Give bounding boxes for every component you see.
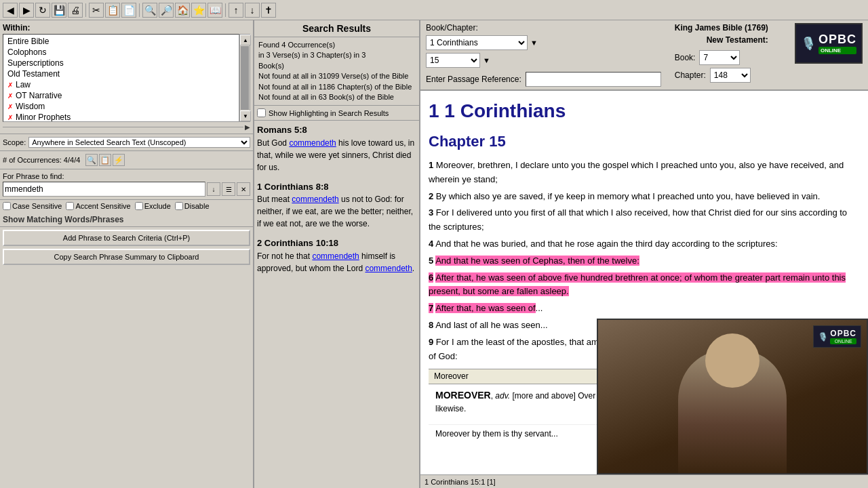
print-icon[interactable]: 🖨 xyxy=(68,3,83,18)
case-sensitive-option: Case Sensitive xyxy=(3,202,62,210)
verse-num-4: 4 xyxy=(429,239,433,249)
occ-icon-next[interactable]: ⚡ xyxy=(113,154,125,166)
toolbar: ◀ ▶ ↻ 💾 🖨 ✂ 📋 📄 🔍 🔎 🏠 ⭐ 📖 ↑ ↓ ✝ xyxy=(0,0,868,20)
accent-sensitive-checkbox[interactable] xyxy=(66,202,74,210)
chapter-select[interactable]: 15 xyxy=(426,53,480,68)
bookmark-icon[interactable]: ⭐ xyxy=(191,3,206,18)
home-icon[interactable]: 🏠 xyxy=(175,3,190,18)
bible-icon[interactable]: 📖 xyxy=(208,3,222,18)
book-num-select[interactable]: 7 xyxy=(699,50,740,65)
verse-num-1: 1 xyxy=(429,160,433,170)
result-ref-1cor[interactable]: 1 Corinthians 8:8 xyxy=(257,180,416,194)
passage-input[interactable] xyxy=(526,72,661,87)
exclude-label: Exclude xyxy=(144,202,171,210)
forward-icon[interactable]: ▶ xyxy=(19,3,34,18)
zoom-in-icon[interactable]: 🔎 xyxy=(159,3,174,18)
result-ref-romans[interactable]: Romans 5:8 xyxy=(257,123,416,137)
refresh-icon[interactable]: ↻ xyxy=(35,3,50,18)
passage-row: Enter Passage Reference: xyxy=(426,72,661,87)
within-item-law[interactable]: ✗ Law xyxy=(5,79,237,90)
copy-icon[interactable]: 📋 xyxy=(105,3,120,18)
verse-5: 5 And that he was seen of Cephas, then o… xyxy=(429,254,860,268)
stats-line4: Not found at all in 31099 Verse(s) of th… xyxy=(258,71,415,81)
within-item-minor-prophets[interactable]: ✗ Minor Prophets xyxy=(5,112,237,122)
disable-checkbox[interactable] xyxy=(175,202,183,210)
scope-section: Scope: Anywhere in Selected Search Text … xyxy=(0,134,253,151)
scroll-up-arrow[interactable]: ▲ xyxy=(240,35,251,45)
2cor-ref-label: 2 Corinthians 10:18 xyxy=(257,238,338,248)
within-item-ot-narrative[interactable]: ✗ OT Narrative xyxy=(5,90,237,101)
search-stats: Found 4 Occurrence(s) in 3 Verse(s) in 3… xyxy=(254,37,419,106)
verse-3: 3 For I delivered unto you first of all … xyxy=(429,206,860,235)
stats-line6: Not found at all in 63 Book(s) of the Bi… xyxy=(258,92,415,102)
book-chapter-label: Book/Chapter: xyxy=(426,23,478,33)
result-item-2cor[interactable]: 2 Corinthians 10:18 For not he that comm… xyxy=(257,237,416,274)
paste-icon[interactable]: 📄 xyxy=(121,3,136,18)
back-icon[interactable]: ◀ xyxy=(3,3,18,18)
wisdom-label: Wisdom xyxy=(16,102,45,111)
within-item-colophons[interactable]: Colophons xyxy=(5,47,237,58)
video-overlay: 🎙️ OPBC ONLINE xyxy=(597,319,868,474)
2cor-text: For not he that commendeth himself is ap… xyxy=(257,250,416,274)
1cor-ref-label: 1 Corinthians 8:8 xyxy=(257,182,328,192)
word-study-word: Moreover xyxy=(434,370,469,383)
within-label: Within: xyxy=(3,23,250,33)
chapter-num-select[interactable]: 148 xyxy=(710,68,751,83)
save-icon[interactable]: 💾 xyxy=(52,3,66,18)
within-item-superscriptions[interactable]: Superscriptions xyxy=(5,58,237,68)
search-results-panel: Search Results Found 4 Occurrence(s) in … xyxy=(254,20,420,488)
within-item-entire-bible[interactable]: Entire Bible xyxy=(5,36,237,47)
x-icon: ✗ xyxy=(7,103,13,110)
verse-num-6: 6 xyxy=(429,272,433,283)
within-list: Entire Bible Colophons Superscriptions O… xyxy=(3,34,239,122)
book-select[interactable]: 1 Corinthians xyxy=(426,35,528,50)
verse-text-1: Moreover, brethren, I declare unto you t… xyxy=(429,160,844,184)
occ-icon-copy[interactable]: 📋 xyxy=(99,154,111,166)
disable-option: Disable xyxy=(175,202,210,210)
copy-summary-button[interactable]: Copy Search Phrase Summary to Clipboard xyxy=(3,249,250,265)
result-ref-2cor[interactable]: 2 Corinthians 10:18 xyxy=(257,237,416,250)
cut-icon[interactable]: ✂ xyxy=(89,3,104,18)
video-content: 🎙️ OPBC ONLINE xyxy=(598,320,867,473)
phrase-section: For Phrase to find: ↓ ☰ ✕ xyxy=(0,169,253,200)
phrase-list-btn[interactable]: ☰ xyxy=(222,182,235,196)
opbc-logo-box: 🎙️ OPBC ONLINE xyxy=(795,23,863,64)
options-row: Case Sensitive Accent Sensitive Exclude … xyxy=(0,200,253,212)
search-icon[interactable]: 🔍 xyxy=(142,3,157,18)
arrow-down-icon[interactable]: ↓ xyxy=(245,3,260,18)
highlight-commendeth-3: commendeth xyxy=(312,251,359,261)
bible-title-text: 1 1 Corinthians xyxy=(429,100,566,121)
accent-sensitive-label: Accent Sensitive xyxy=(75,202,130,210)
arrow-up-icon[interactable]: ↑ xyxy=(229,3,243,18)
highlight-checkbox[interactable] xyxy=(257,108,266,117)
phrase-clear-btn[interactable]: ✕ xyxy=(237,182,250,196)
within-item-old-testament[interactable]: Old Testament xyxy=(5,68,237,79)
result-item-1cor[interactable]: 1 Corinthians 8:8 But meat commendeth us… xyxy=(257,180,416,230)
add-phrase-button[interactable]: Add Phrase to Search Criteria (Ctrl+P) xyxy=(3,230,250,246)
verse-num-8: 8 xyxy=(429,320,433,330)
verse-text-7: After that, he was seen of xyxy=(435,303,535,313)
disable-label: Disable xyxy=(184,202,210,210)
new-testament-label: New Testament: xyxy=(675,35,768,45)
result-item-romans[interactable]: Romans 5:8 But God commendeth his love t… xyxy=(257,123,416,174)
right-top-controls: Book/Chapter: 1 Corinthians ▼ 15 ▼ Enter… xyxy=(420,20,868,90)
law-label: Law xyxy=(16,80,31,89)
highlight-checkbox-row: Show Highlighting in Search Results xyxy=(254,106,419,121)
expand-arrow[interactable]: ▶ xyxy=(245,123,250,131)
case-sensitive-checkbox[interactable] xyxy=(3,202,11,210)
scroll-thumb xyxy=(241,46,249,110)
cross-ref-icon[interactable]: ✝ xyxy=(261,3,276,18)
scope-select[interactable]: Anywhere in Selected Search Text (Unscop… xyxy=(28,137,250,148)
within-item-wisdom[interactable]: ✗ Wisdom xyxy=(5,101,237,112)
phrase-input[interactable] xyxy=(3,182,205,197)
exclude-checkbox[interactable] xyxy=(135,202,143,210)
stats-line5: Not found at all in 1186 Chapter(s) of t… xyxy=(258,82,415,92)
occ-icon-prev[interactable]: 🔍 xyxy=(85,154,98,166)
verse-text-7b: ... xyxy=(536,303,543,313)
verse-text-8: And last of all he was seen... xyxy=(435,320,547,330)
within-section: Within: Entire Bible Colophons Superscri… xyxy=(0,20,253,134)
scroll-down-arrow[interactable]: ▼ xyxy=(240,110,251,121)
within-scrollbar[interactable]: ▲ ▼ xyxy=(239,34,250,122)
phrase-sort-btn[interactable]: ↓ xyxy=(207,182,220,196)
verse-text-3: For I delivered unto you first of all th… xyxy=(429,207,847,232)
